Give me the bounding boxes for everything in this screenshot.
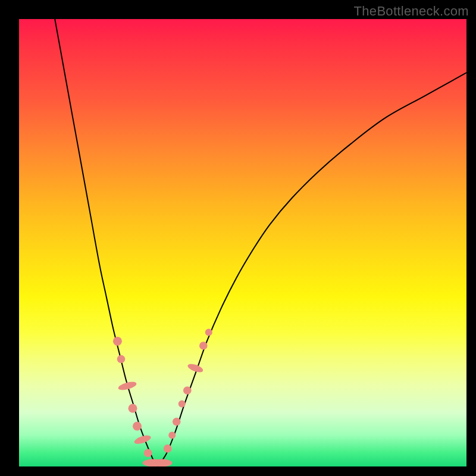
watermark-text: TheBottleneck.com: [354, 4, 469, 19]
data-marker: [164, 444, 172, 453]
data-marker: [183, 386, 192, 394]
curve-left-branch: [55, 19, 158, 466]
data-marker: [117, 380, 137, 392]
data-marker: [152, 459, 173, 466]
data-marker: [168, 431, 176, 439]
marker-group: [113, 328, 212, 466]
chart-frame: TheBottleneck.com: [0, 0, 476, 476]
data-marker: [205, 328, 212, 336]
data-marker: [129, 404, 137, 413]
data-marker: [144, 449, 152, 458]
curve-layer: [19, 19, 466, 466]
data-marker: [199, 342, 208, 350]
data-marker: [133, 422, 142, 431]
data-marker: [113, 337, 122, 346]
plot-area: [19, 19, 466, 466]
data-marker: [173, 418, 181, 426]
curve-right-branch: [158, 73, 466, 466]
data-marker: [117, 355, 126, 364]
data-marker: [178, 400, 186, 408]
